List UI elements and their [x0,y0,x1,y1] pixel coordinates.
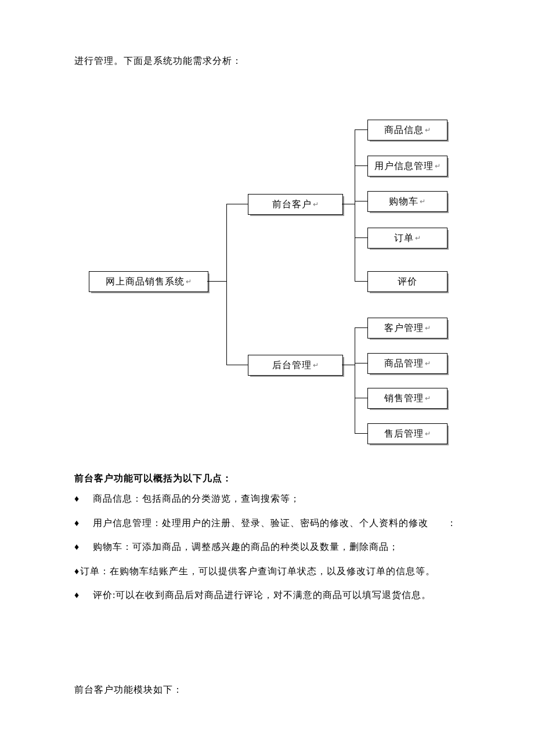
connector [226,204,248,204]
connector [226,365,248,365]
node-backend: 后台管理↵ [248,355,342,375]
leaf-label: 用户信息管理 [374,160,434,172]
bullet-text: 商品信息：包括商品的分类游览，查询搜索等； [93,487,300,511]
leaf-label: 商品管理 [384,358,424,370]
diamond-icon: ♦ [74,511,93,535]
leaf-label: 购物车 [389,196,418,208]
bullet-text: 评价:可以在收到商品后对商品进行评论，对不满意的商品可以填写退货信息。 [93,583,431,607]
connector [355,237,367,238]
connector [355,201,367,201]
function-tree-diagram: 网上商品销售系统↵ 前台客户↵ 后台管理↵ 商品信息↵ 用户信息管理↵ 购物车↵… [0,0,534,441]
connector [355,363,367,363]
connector [355,327,367,328]
node-leaf-sales-mgmt: 销售管理↵ [367,388,446,408]
connector [226,204,227,365]
node-leaf-product-info: 商品信息↵ [367,120,446,139]
node-root-label: 网上商品销售系统 [106,276,185,288]
node-root: 网上商品销售系统↵ [89,271,207,291]
connector [342,204,355,204]
connector [342,365,355,365]
footer-text: 前台客户功能模块如下： [74,684,183,696]
node-backend-label: 后台管理 [272,359,312,372]
diamond-icon: ♦ [74,487,93,511]
node-leaf-review: 评价 [367,271,446,291]
leaf-label: 商品信息 [384,124,424,136]
bullet-item: ♦ 商品信息：包括商品的分类游览，查询搜索等； [74,487,457,511]
connector [355,129,367,130]
node-leaf-aftersale-mgmt: 售后管理↵ [367,423,446,443]
leaf-label: 评价 [398,276,417,288]
diamond-icon: ♦ [74,535,93,559]
node-leaf-product-mgmt: 商品管理↵ [367,353,446,373]
leaf-label: 订单 [394,232,414,244]
node-frontend-label: 前台客户 [272,199,312,211]
connector [355,281,367,282]
connector [355,129,355,281]
node-leaf-order: 订单↵ [367,228,446,247]
connector [355,165,367,166]
diamond-icon: ♦ [74,559,80,584]
node-leaf-cart: 购物车↵ [367,191,446,211]
bullet-item: ♦ 评价:可以在收到商品后对商品进行评论，对不满意的商品可以填写退货信息。 [74,583,457,607]
connector [207,281,226,282]
bullet-text: 购物车：可添加商品，调整感兴趣的商品的种类以及数量，删除商品； [93,535,399,559]
connector [355,398,367,398]
leaf-label: 售后管理 [384,428,424,440]
bullet-item: ♦ 购物车：可添加商品，调整感兴趣的商品的种类以及数量，删除商品； [74,535,457,559]
connector [355,433,367,434]
bullet-item: ♦ 用户信息管理：处理用户的注册、登录、验证、密码的修改、个人资料的修改： [74,511,457,535]
leaf-label: 客户管理 [384,322,424,334]
diamond-icon: ♦ [74,583,93,607]
bullet-text: 用户信息管理：处理用户的注册、登录、验证、密码的修改、个人资料的修改： [93,511,457,535]
node-leaf-user-info: 用户信息管理↵ [367,156,446,175]
bullet-item: ♦ 订单：在购物车结账产生，可以提供客户查询订单状态，以及修改订单的信息等。 [74,559,457,584]
node-leaf-customer-mgmt: 客户管理↵ [367,318,446,337]
bullet-list: ♦ 商品信息：包括商品的分类游览，查询搜索等； ♦ 用户信息管理：处理用户的注册… [74,487,457,607]
leaf-label: 销售管理 [384,393,424,405]
section-heading: 前台客户功能可以概括为以下几点： [74,473,232,483]
connector [355,327,355,433]
bullet-text: 订单：在购物车结账产生，可以提供客户查询订单状态，以及修改订单的信息等。 [80,559,435,584]
node-frontend: 前台客户↵ [248,194,342,214]
